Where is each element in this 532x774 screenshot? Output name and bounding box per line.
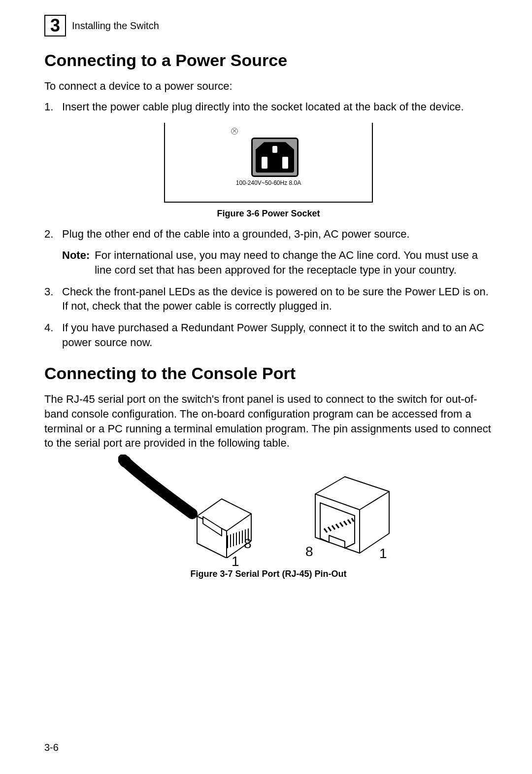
step-body: Plug the other end of the cable into a g… <box>62 228 410 240</box>
figure-power-socket: 100-240V~50-60Hz 8.0A Figure 3-6 Power S… <box>44 123 493 219</box>
pin-label: 1 <box>232 552 239 571</box>
step-text: If you have purchased a Redundant Power … <box>62 320 493 350</box>
page-number: 3-6 <box>44 741 59 754</box>
page-header: 3 Installing the Switch <box>44 15 493 36</box>
list-item: 4. If you have purchased a Redundant Pow… <box>44 320 493 350</box>
figure-caption: Figure 3-7 Serial Port (RJ-45) Pin-Out <box>44 568 493 580</box>
rj45-diagram: 8 1 <box>44 459 493 563</box>
heading-console-port: Connecting to the Console Port <box>44 362 493 385</box>
svg-point-0 <box>119 456 131 467</box>
power-rating: 100-240V~50-60Hz 8.0A <box>165 179 372 187</box>
step-number: 3. <box>44 284 62 299</box>
note-body: For international use, you may need to c… <box>95 248 493 277</box>
chapter-marker: 3 <box>44 15 66 36</box>
step-text: Check the front-panel LEDs as the device… <box>62 284 493 314</box>
rj45-jack-icon: 8 1 <box>300 464 404 563</box>
step-number: 1. <box>44 100 62 114</box>
list-item: 2. Plug the other end of the cable into … <box>44 227 493 278</box>
step-text: Insert the power cable plug directly int… <box>62 100 493 114</box>
iec-socket-icon <box>251 138 299 177</box>
figure-rj45: 8 1 <box>44 459 493 580</box>
step-number: 2. <box>44 227 62 242</box>
rj45-plug-icon: 8 1 <box>133 459 276 563</box>
svg-marker-1 <box>197 499 251 558</box>
step-number: 4. <box>44 320 62 335</box>
note: Note: For international use, you may nee… <box>62 248 493 277</box>
pin-label: 1 <box>379 544 387 563</box>
page: 3 Installing the Switch Connecting to a … <box>0 0 532 774</box>
note-label: Note: <box>62 248 90 277</box>
pin-label: 8 <box>244 534 252 553</box>
console-paragraph: The RJ-45 serial port on the switch's fr… <box>44 392 493 451</box>
figure-caption: Figure 3-6 Power Socket <box>44 208 493 219</box>
chapter-title: Installing the Switch <box>72 19 159 33</box>
intro-text: To connect a device to a power source: <box>44 79 493 94</box>
step-text: Plug the other end of the cable into a g… <box>62 227 493 278</box>
steps-list: 1. Insert the power cable plug directly … <box>44 100 493 114</box>
list-item: 3. Check the front-panel LEDs as the dev… <box>44 284 493 314</box>
heading-power-source: Connecting to a Power Source <box>44 49 493 72</box>
steps-list-cont: 2. Plug the other end of the cable into … <box>44 227 493 350</box>
pin-label: 8 <box>305 542 313 561</box>
chapter-number: 3 <box>50 17 60 35</box>
power-socket-diagram: 100-240V~50-60Hz 8.0A <box>164 123 373 203</box>
screw-icon <box>231 128 238 135</box>
list-item: 1. Insert the power cable plug directly … <box>44 100 493 114</box>
